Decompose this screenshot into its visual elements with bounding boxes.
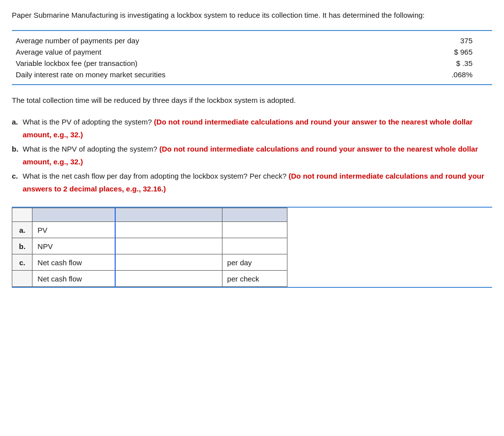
data-row-3: Daily interest rate on money market secu… xyxy=(12,69,492,80)
answer-name-b: NPV xyxy=(32,238,116,254)
collection-text: The total collection time will be reduce… xyxy=(12,95,492,106)
data-row-2: Variable lockbox fee (per transaction) $… xyxy=(12,58,492,69)
answer-input-a-cell xyxy=(115,222,222,238)
answer-table-header xyxy=(12,208,287,222)
answer-label-c: c. xyxy=(12,254,32,271)
data-row-3-label: Daily interest rate on money market secu… xyxy=(12,69,300,80)
question-a-label: a. xyxy=(12,116,20,141)
answer-unit-c2: per check xyxy=(222,271,287,287)
answer-table-wrapper: a. PV b. NPV c. Net cash flow xyxy=(12,207,492,288)
data-row-1: Average value of payment $ 965 xyxy=(12,46,492,58)
intro-paragraph: Paper Submarine Manufacturing is investi… xyxy=(12,10,492,21)
answer-label-b: b. xyxy=(12,238,32,254)
answer-input-c2[interactable] xyxy=(116,271,221,286)
answer-label-a: a. xyxy=(12,222,32,238)
answer-input-c1[interactable] xyxy=(116,254,221,270)
answer-input-b-cell xyxy=(115,238,222,254)
question-b-highlight: (Do not round intermediate calculations … xyxy=(23,145,478,166)
header-name-col xyxy=(32,208,116,222)
question-c-highlight: (Do not round intermediate calculations … xyxy=(23,172,484,193)
question-b-text: What is the NPV of adopting the system? … xyxy=(23,143,492,168)
data-row-1-value: $ 965 xyxy=(300,46,492,58)
data-row-0-label: Average number of payments per day xyxy=(12,35,300,46)
data-row-2-label: Variable lockbox fee (per transaction) xyxy=(12,58,300,69)
answer-table: a. PV b. NPV c. Net cash flow xyxy=(12,208,287,287)
answer-input-a[interactable] xyxy=(116,222,221,238)
header-unit-col xyxy=(222,208,287,222)
question-b: b. What is the NPV of adopting the syste… xyxy=(12,143,492,168)
data-table-wrapper: Average number of payments per day 375 A… xyxy=(12,30,492,85)
answer-unit-a xyxy=(222,222,287,238)
answer-input-b[interactable] xyxy=(116,238,221,254)
question-c: c. What is the net cash flow per day fro… xyxy=(12,170,492,195)
question-a-text: What is the PV of adopting the system? (… xyxy=(23,116,492,141)
answer-unit-c1: per day xyxy=(222,254,287,271)
question-a: a. What is the PV of adopting the system… xyxy=(12,116,492,141)
answer-name-c2: Net cash flow xyxy=(32,271,116,287)
question-b-label: b. xyxy=(12,143,20,168)
answer-input-c1-cell xyxy=(115,254,222,271)
answer-unit-b xyxy=(222,238,287,254)
data-row-1-label: Average value of payment xyxy=(12,46,300,58)
questions-section: a. What is the PV of adopting the system… xyxy=(12,116,492,195)
data-row-3-value: .068% xyxy=(300,69,492,80)
data-table: Average number of payments per day 375 A… xyxy=(12,35,492,80)
answer-name-a: PV xyxy=(32,222,116,238)
answer-row-c1: c. Net cash flow per day xyxy=(12,254,287,271)
answer-input-c2-cell xyxy=(115,271,222,287)
answer-label-c2 xyxy=(12,271,32,287)
data-row-2-value: $ .35 xyxy=(300,58,492,69)
data-row-0: Average number of payments per day 375 xyxy=(12,35,492,46)
header-input-col xyxy=(115,208,222,222)
question-c-label: c. xyxy=(12,170,20,195)
question-c-text: What is the net cash flow per day from a… xyxy=(23,170,492,195)
question-a-highlight: (Do not round intermediate calculations … xyxy=(23,118,472,139)
answer-row-b: b. NPV xyxy=(12,238,287,254)
data-row-0-value: 375 xyxy=(300,35,492,46)
answer-row-c2: Net cash flow per check xyxy=(12,271,287,287)
header-label-col xyxy=(12,208,32,222)
answer-row-a: a. PV xyxy=(12,222,287,238)
answer-name-c1: Net cash flow xyxy=(32,254,116,271)
